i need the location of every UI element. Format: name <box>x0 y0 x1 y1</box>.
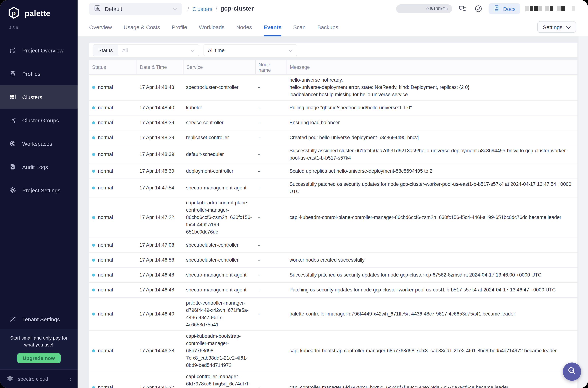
datetime-link[interactable]: 17 Apr 14:46:48 <box>136 268 183 282</box>
time-range-filter[interactable]: All time <box>204 45 297 56</box>
sidebar-item-project-settings[interactable]: Project Settings <box>0 178 78 202</box>
status-text: normal <box>98 242 113 249</box>
table-row: normal 17 Apr 14:47:22 capi-kubeadm-cont… <box>89 197 577 238</box>
status-cell: normal <box>89 179 136 197</box>
service-cell[interactable]: capi-controller-manager-6fd7978cc6-hxg5q… <box>183 371 255 388</box>
chat-icon[interactable] <box>458 4 468 14</box>
sidebar-item-label: Project Settings <box>22 187 60 193</box>
datetime-link[interactable]: 17 Apr 14:48:39 <box>136 116 183 130</box>
search-fab-button[interactable] <box>563 363 581 381</box>
status-text: normal <box>98 286 113 294</box>
datetime-link[interactable]: 17 Apr 14:46:37 <box>136 371 183 388</box>
datetime-link[interactable]: 17 Apr 14:47:08 <box>136 238 183 252</box>
sidebar-item-tenant-settings[interactable]: Tenant Settings <box>0 309 78 329</box>
service-link[interactable]: spectrocluster-controller <box>186 256 252 264</box>
table-row: normal 17 Apr 14:47:08 spectrocluster-co… <box>89 238 577 253</box>
datetime-link[interactable]: 17 Apr 14:47:54 <box>136 179 183 197</box>
datetime-link[interactable]: 17 Apr 14:48:43 <box>136 75 183 100</box>
datetime-link[interactable]: 17 Apr 14:48:40 <box>136 100 183 115</box>
service-cell[interactable]: spectrocluster-controller <box>183 238 255 252</box>
service-link[interactable]: default-scheduler <box>186 151 252 158</box>
tab-workloads[interactable]: Workloads <box>199 18 225 36</box>
service-cell[interactable]: spectro-management-agent <box>183 268 255 282</box>
service-cell[interactable]: service-controller <box>183 116 255 130</box>
breadcrumb-separator: / <box>216 6 217 12</box>
datetime-link[interactable]: 17 Apr 14:46:38 <box>136 331 183 371</box>
service-cell[interactable]: default-scheduler <box>183 145 255 164</box>
service-link[interactable]: spectrocluster-controller <box>186 84 252 91</box>
service-link[interactable]: spectro-management-agent <box>186 184 252 192</box>
service-cell[interactable]: spectro-management-agent <box>183 283 255 297</box>
sidebar-item-workspaces[interactable]: Workspaces <box>0 132 78 155</box>
chart-overview-icon <box>9 47 16 54</box>
node-name-cell: - <box>255 75 287 100</box>
datetime-link[interactable]: 17 Apr 14:46:58 <box>136 253 183 267</box>
collapse-sidebar-icon[interactable]: ‹ <box>69 375 72 382</box>
service-link[interactable]: spectro-management-agent <box>186 271 252 279</box>
service-cell[interactable]: kubelet <box>183 100 255 115</box>
datetime-link[interactable]: 17 Apr 14:48:39 <box>136 145 183 164</box>
status-filter[interactable]: Status All <box>93 45 199 56</box>
breadcrumb-link-clusters[interactable]: Clusters <box>192 6 212 12</box>
settings-button[interactable]: Settings <box>537 21 576 33</box>
sidebar-item-project-overview[interactable]: Project Overview <box>0 39 78 62</box>
node-name-cell: - <box>255 371 287 388</box>
service-cell[interactable]: spectrocluster-controller <box>183 253 255 267</box>
tab-events[interactable]: Events <box>264 18 281 36</box>
docs-label: Docs <box>503 6 516 12</box>
sidebar-item-label: Cluster Groups <box>22 117 59 123</box>
service-link[interactable]: deployment-controller <box>186 168 252 175</box>
service-cell[interactable]: deployment-controller <box>183 164 255 178</box>
sidebar-item-profiles[interactable]: Profiles <box>0 62 78 85</box>
service-link[interactable]: capi-kubeadm-control-plane-controller-ma… <box>186 199 252 236</box>
sidebar-logo: p palette <box>0 0 78 21</box>
datetime-link[interactable]: 17 Apr 14:46:40 <box>136 298 183 330</box>
service-link[interactable]: spectro-management-agent <box>186 286 252 294</box>
service-cell[interactable]: replicaset-controller <box>183 130 255 145</box>
tab-backups[interactable]: Backups <box>317 18 338 36</box>
node-name-cell: - <box>255 116 287 130</box>
compass-icon[interactable] <box>473 4 483 14</box>
tab-usage-costs[interactable]: Usage & Costs <box>124 18 160 36</box>
sidebar-item-audit-logs[interactable]: Audit Logs <box>0 155 78 178</box>
service-link[interactable]: palette-controller-manager-d796f4449-x42… <box>186 299 252 329</box>
upgrade-panel: Start small and only pay for what you us… <box>0 329 78 369</box>
service-link[interactable]: service-controller <box>186 119 252 126</box>
tab-overview[interactable]: Overview <box>89 18 112 36</box>
project-selector[interactable]: Default <box>89 3 182 15</box>
tab-scan[interactable]: Scan <box>293 18 306 36</box>
sidebar-item-label: Project Overview <box>22 47 64 53</box>
sidebar-item-clusters[interactable]: Clusters <box>0 85 78 109</box>
status-text: normal <box>98 104 113 112</box>
status-cell: normal <box>89 130 136 145</box>
sidebar-item-cluster-groups[interactable]: Cluster Groups <box>0 109 78 132</box>
status-cell: normal <box>89 75 136 100</box>
status-dot-icon <box>92 121 95 124</box>
table-row: normal 17 Apr 14:48:39 deployment-contro… <box>89 164 577 179</box>
service-link[interactable]: capi-controller-manager-6fd7978cc6-hxg5q… <box>186 373 252 388</box>
service-cell[interactable]: capi-kubeadm-bootstrap-controller-manage… <box>183 331 255 371</box>
service-link[interactable]: spectrocluster-controller <box>186 242 252 249</box>
datetime-link[interactable]: 17 Apr 14:48:39 <box>136 164 183 178</box>
server-stack-icon <box>9 93 16 100</box>
tab-profile[interactable]: Profile <box>172 18 187 36</box>
node-name-cell: - <box>255 100 287 115</box>
service-cell[interactable]: capi-kubeadm-control-plane-controller-ma… <box>183 197 255 238</box>
service-link[interactable]: capi-kubeadm-bootstrap-controller-manage… <box>186 333 252 369</box>
service-cell[interactable]: palette-controller-manager-d796f4449-x42… <box>183 298 255 330</box>
tools-icon <box>9 315 16 323</box>
datetime-link[interactable]: 17 Apr 14:46:48 <box>136 283 183 297</box>
tab-nodes[interactable]: Nodes <box>236 18 252 36</box>
service-cell[interactable]: spectro-management-agent <box>183 179 255 197</box>
status-text: normal <box>98 134 113 141</box>
service-link[interactable]: replicaset-controller <box>186 134 252 141</box>
status-filter-value[interactable]: All <box>118 45 199 56</box>
message-cell: capi-kubeadm-control-plane-controller-ma… <box>287 197 577 238</box>
datetime-link[interactable]: 17 Apr 14:48:39 <box>136 130 183 145</box>
sidebar-item-label: Tenant Settings <box>22 316 60 322</box>
datetime-link[interactable]: 17 Apr 14:47:22 <box>136 197 183 238</box>
docs-button[interactable]: Docs <box>489 3 520 14</box>
upgrade-now-button[interactable]: Upgrade now <box>17 353 61 363</box>
service-link[interactable]: kubelet <box>186 104 252 112</box>
service-cell[interactable]: spectrocluster-controller <box>183 75 255 100</box>
